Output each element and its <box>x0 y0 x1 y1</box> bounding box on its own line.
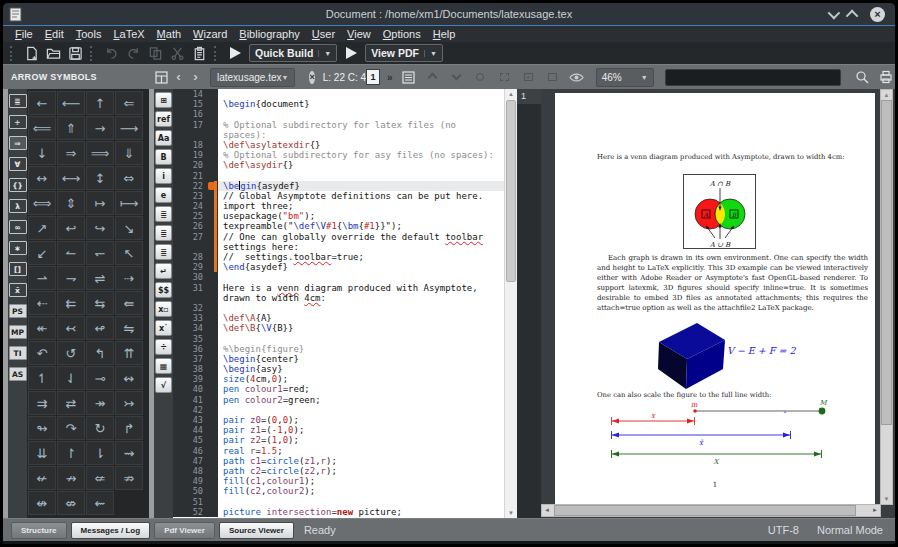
editor-line[interactable]: 19% Optional subdirectory for asy files … <box>173 150 504 160</box>
previous-document-icon[interactable]: ‹ <box>170 69 187 86</box>
arrow-symbol-button[interactable]: ↱ <box>115 416 143 440</box>
matrix-icon[interactable]: ▦ <box>155 358 172 374</box>
editor-line[interactable]: settings here: <box>173 242 504 252</box>
menu-help[interactable]: Help <box>427 28 462 40</box>
arrow-symbol-button[interactable]: ⇢ <box>115 266 143 290</box>
arrow-symbol-button[interactable]: ↦ <box>86 191 114 215</box>
pdf-page-list[interactable]: 1 <box>517 89 541 518</box>
arrow-symbol-button[interactable]: ↙ <box>28 241 56 265</box>
math-mode-icon[interactable]: $$ <box>155 282 172 298</box>
editor-scrollbar[interactable]: ▲ ▼ <box>504 89 517 518</box>
editor-line[interactable]: 35 <box>173 334 504 344</box>
label-ref-icon[interactable]: ref <box>155 111 172 127</box>
arrow-symbol-button[interactable]: ↷ <box>57 416 85 440</box>
open-documents-select[interactable]: latexusage.tex▼ <box>210 68 295 87</box>
editor-line[interactable]: 42 <box>173 405 504 415</box>
structure-panel-icon[interactable]: ≣ <box>9 94 27 108</box>
menu-math[interactable]: Math <box>151 28 187 40</box>
arrow-symbol-button[interactable]: ⟶ <box>115 116 143 140</box>
align-left-icon[interactable]: ≣ <box>155 206 172 222</box>
most-used-symbols-icon[interactable]: ∗ <box>9 241 27 255</box>
fit-page-icon[interactable] <box>472 69 489 86</box>
editor-line[interactable]: 16 <box>173 109 504 119</box>
arrow-symbol-button[interactable]: ↠ <box>86 391 114 415</box>
menu-latex[interactable]: LaTeX <box>107 28 150 40</box>
redo-icon[interactable] <box>123 44 143 62</box>
menu-wizard[interactable]: Wizard <box>187 28 233 40</box>
pdf-horizontal-scrollbar[interactable]: ◄ ► <box>541 504 881 517</box>
editor-line[interactable]: 29\end{asydef} <box>173 262 504 272</box>
arrow-symbol-button[interactable]: ↭ <box>115 366 143 390</box>
arrow-symbol-button[interactable]: ⇓ <box>115 141 143 165</box>
arrow-symbol-button[interactable]: ↫ <box>86 316 114 340</box>
editor-line[interactable]: 21 <box>173 171 504 181</box>
editor-line[interactable]: 51 <box>173 497 504 507</box>
save-icon[interactable] <box>65 44 85 62</box>
pdf-page-list-item[interactable]: 1 <box>517 89 541 104</box>
editor-line[interactable]: 18\def\asylatexdir{} <box>173 140 504 150</box>
user-tags-icon[interactable]: [] <box>9 262 27 276</box>
arrow-symbol-button[interactable]: ↺ <box>57 341 85 365</box>
arrow-symbol-button[interactable]: ⇏ <box>115 466 143 490</box>
menu-view[interactable]: View <box>341 28 377 40</box>
arrow-symbol-button[interactable]: ⇋ <box>115 316 143 340</box>
editor-line[interactable]: 50fill(c2,colour2); <box>173 486 504 496</box>
cut-icon[interactable] <box>167 44 187 62</box>
metapost-icon[interactable]: MP <box>9 325 27 339</box>
fraction-icon[interactable]: ÷ <box>155 339 172 355</box>
arrow-symbol-button[interactable]: ↔ <box>28 166 56 190</box>
arrow-symbol-button[interactable]: ⟵ <box>57 91 85 115</box>
editor-line[interactable]: 31Here is a venn diagram produced with A… <box>173 283 504 293</box>
undo-icon[interactable] <box>101 44 121 62</box>
scroll-right-icon[interactable]: ► <box>870 505 880 516</box>
arrow-symbol-button[interactable]: ← <box>28 91 56 115</box>
next-document-icon[interactable]: › <box>187 69 204 86</box>
editor-line[interactable]: 24import three; <box>173 201 504 211</box>
statusbar-tab-pdf-viewer[interactable]: Pdf Viewer <box>154 522 215 539</box>
arrow-symbol-button[interactable]: ↗ <box>28 216 56 240</box>
asymptote-icon[interactable]: AS <box>9 367 27 381</box>
run-view-pdf-icon[interactable] <box>341 44 361 62</box>
pdf-page-icon[interactable]: 1 <box>366 69 380 85</box>
zoom-level-select[interactable]: 46%▼ <box>596 68 654 87</box>
arrow-symbol-button[interactable]: ↰ <box>86 341 114 365</box>
arrow-symbol-button[interactable]: ⇕ <box>57 191 85 215</box>
arrow-symbol-button[interactable]: ↻ <box>86 416 114 440</box>
newline-icon[interactable]: ↵ <box>155 263 172 279</box>
editor-line[interactable]: 47path c1=circle(z1,r); <box>173 456 504 466</box>
editor-line[interactable]: 33\def\A{A} <box>173 313 504 323</box>
sectioning-icon[interactable]: ⊞ <box>155 92 172 108</box>
maximize-icon[interactable] <box>846 9 859 22</box>
scroll-up-icon[interactable]: ▲ <box>881 90 892 100</box>
editor-line[interactable]: 37\begin{center} <box>173 354 504 364</box>
editor-line[interactable]: 41pen colour2=green; <box>173 395 504 405</box>
font-size-icon[interactable]: Aa <box>155 130 172 146</box>
new-file-icon[interactable] <box>21 44 41 62</box>
arrow-symbol-button[interactable]: ↛ <box>57 466 85 490</box>
arrow-symbol-button[interactable]: ⇝ <box>115 441 143 465</box>
superscript-icon[interactable]: x˙ <box>155 320 172 336</box>
sqrt-icon[interactable]: √ <box>155 377 172 393</box>
editor-line[interactable]: 14 <box>173 89 504 99</box>
arrow-symbol-button[interactable]: ⟼ <box>115 191 143 215</box>
bold-icon[interactable]: B <box>155 149 172 165</box>
arrow-symbol-button[interactable]: ↕ <box>86 166 114 190</box>
pstricks-icon[interactable]: PS <box>9 304 27 318</box>
close-document-icon[interactable]: × <box>309 71 314 84</box>
arrow-symbol-button[interactable]: ⟷ <box>57 166 85 190</box>
pdf-structure-icon[interactable] <box>400 69 417 86</box>
arrow-symbol-button[interactable]: ⇒ <box>57 141 85 165</box>
arrow-symbol-button[interactable]: ⇍ <box>86 466 114 490</box>
misc-symbols-icon[interactable]: ∞ <box>9 220 27 234</box>
arrow-symbol-button[interactable]: ↩ <box>57 216 85 240</box>
editor-line[interactable]: 15\begin{document} <box>173 99 504 109</box>
zoom-in-icon[interactable]: + <box>520 69 537 86</box>
zoom-out-icon[interactable] <box>544 69 561 86</box>
editor-line[interactable]: 48path c2=circle(z2,r); <box>173 466 504 476</box>
scroll-down-icon[interactable]: ▼ <box>881 494 892 504</box>
editor-line[interactable]: 25usepackage("bm"); <box>173 211 504 221</box>
copy-icon[interactable] <box>145 44 165 62</box>
editor-line[interactable]: 23// Global Asymptote definitions can be… <box>173 191 504 201</box>
search-icon[interactable] <box>854 69 871 86</box>
arrow-symbol-button[interactable]: ⟸ <box>28 116 56 140</box>
